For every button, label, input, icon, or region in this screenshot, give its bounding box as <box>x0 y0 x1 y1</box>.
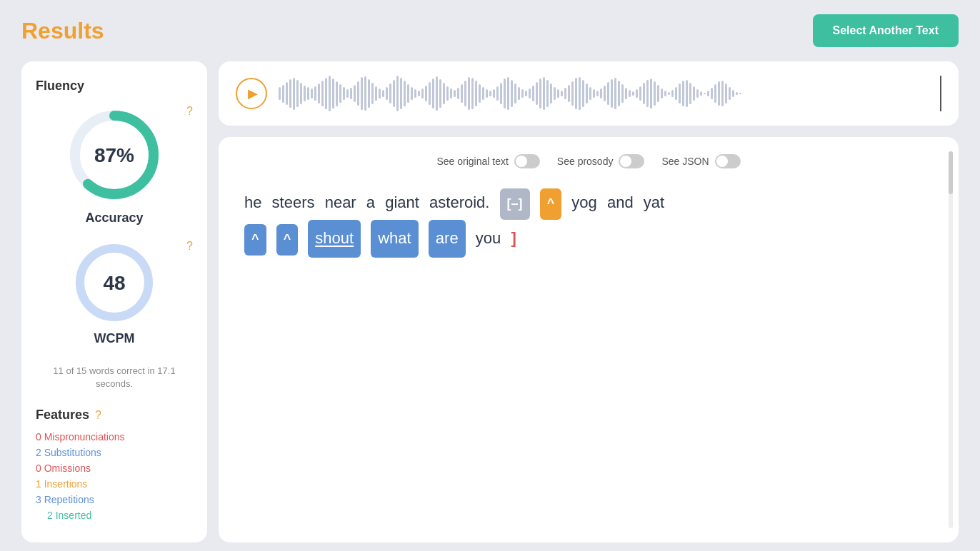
waveform-bar <box>304 86 306 101</box>
play-icon: ▶ <box>248 86 258 101</box>
waveform-bar <box>500 83 502 104</box>
word-insertion-caret2: ^ <box>244 224 266 256</box>
waveform-bar <box>364 76 366 111</box>
waveform-bar <box>564 88 566 99</box>
feature-omissions: 0 Omissions <box>36 462 193 474</box>
waveform-bar <box>439 79 441 108</box>
waveform <box>279 76 929 111</box>
waveform-bar <box>514 84 516 103</box>
waveform-bar <box>675 87 677 100</box>
word-steers: steers <box>272 186 315 220</box>
feature-insertions: 1 Insertions <box>36 478 193 490</box>
toggle-json-track[interactable] <box>715 154 741 168</box>
feature-mispronunciations: 0 Mispronunciations <box>36 431 193 443</box>
waveform-bar <box>432 79 434 108</box>
waveform-bar <box>550 84 552 103</box>
toggle-prosody-track[interactable] <box>619 154 644 168</box>
waveform-bar <box>479 84 481 103</box>
waveform-bar <box>489 91 491 96</box>
waveform-bar <box>311 89 313 98</box>
waveform-bar <box>332 79 334 108</box>
waveform-bar <box>321 81 324 106</box>
accuracy-help-icon[interactable]: ? <box>186 105 193 118</box>
waveform-bar <box>339 84 341 103</box>
feature-repetitions: 3 Repetitions <box>36 494 193 505</box>
waveform-bar <box>371 83 374 104</box>
waveform-bar <box>600 89 602 98</box>
waveform-bar <box>700 91 702 96</box>
word-and: and <box>607 186 634 220</box>
waveform-bar <box>546 80 549 107</box>
waveform-bar <box>682 81 684 106</box>
waveform-bar <box>704 93 706 94</box>
waveform-bar <box>629 90 631 97</box>
word-he: he <box>244 186 261 220</box>
waveform-bar <box>486 89 488 98</box>
waveform-card: ▶ <box>219 61 959 126</box>
accuracy-donut: 87% <box>64 105 164 205</box>
waveform-bar <box>279 87 281 100</box>
waveform-bar <box>725 84 727 103</box>
waveform-bar <box>343 87 345 100</box>
waveform-bar <box>661 89 663 98</box>
waveform-bar <box>611 79 613 108</box>
waveform-bar <box>296 80 299 107</box>
waveform-bar <box>507 77 509 110</box>
waveform-bar <box>336 81 338 106</box>
waveform-bar <box>357 81 359 106</box>
word-are: are <box>429 220 466 257</box>
left-panel: Fluency ? 87% Accuracy ? 48 WCPM 11 of 1… <box>21 61 207 542</box>
play-button[interactable]: ▶ <box>236 78 267 109</box>
waveform-bar <box>443 83 445 104</box>
waveform-bar <box>354 85 356 102</box>
waveform-bar <box>282 85 284 103</box>
wcpm-value: 48 <box>103 272 125 294</box>
waveform-bar <box>386 87 388 100</box>
wcpm-donut: 48 <box>71 240 157 325</box>
waveform-bar <box>621 84 624 103</box>
word-near: near <box>325 186 356 220</box>
waveform-bar <box>539 79 541 108</box>
reading-text: he steers near a giant asteroid. [–] ^ y… <box>236 186 941 258</box>
waveform-bar <box>482 87 484 100</box>
right-panel: ▶ See original text See prosody <box>219 61 959 542</box>
waveform-bar <box>400 78 402 109</box>
waveform-bar <box>586 84 588 103</box>
word-insertion-caret3: ^ <box>276 224 299 256</box>
wcpm-description: 11 of 15 words correct in 17.1 seconds. <box>36 365 193 390</box>
word-giant: giant <box>385 186 419 220</box>
features-help-icon[interactable]: ? <box>95 409 101 422</box>
features-header: Features ? <box>36 408 193 423</box>
waveform-bar <box>293 78 295 110</box>
waveform-cursor <box>940 76 941 111</box>
select-another-text-button[interactable]: Select Another Text <box>813 14 959 47</box>
waveform-bar <box>504 79 506 108</box>
waveform-bar <box>389 84 391 103</box>
word-yog: yog <box>571 186 596 220</box>
waveform-bar <box>396 76 399 111</box>
waveform-bar <box>625 88 627 99</box>
waveform-bar <box>636 89 638 98</box>
waveform-bar <box>696 89 699 98</box>
waveform-bar <box>554 87 556 100</box>
word-yat: yat <box>644 186 664 220</box>
toggle-original-track[interactable] <box>514 154 540 168</box>
waveform-bar <box>650 79 652 108</box>
word-what: what <box>371 220 418 257</box>
scrollbar-thumb <box>949 151 953 194</box>
waveform-bar <box>729 87 731 100</box>
waveform-bar <box>736 92 738 95</box>
waveform-bar <box>361 77 363 110</box>
page-header: Results Select Another Text <box>21 14 959 47</box>
waveform-bar <box>411 87 413 100</box>
waveform-bar <box>407 84 409 103</box>
waveform-bar <box>493 89 495 98</box>
scrollbar[interactable] <box>949 151 953 528</box>
waveform-bar <box>446 86 449 101</box>
page-title: Results <box>21 18 104 44</box>
waveform-bar <box>643 83 645 104</box>
waveform-bar <box>382 90 384 97</box>
wcpm-help-icon[interactable]: ? <box>186 240 193 253</box>
waveform-bar <box>646 80 649 107</box>
waveform-bar <box>571 81 574 106</box>
